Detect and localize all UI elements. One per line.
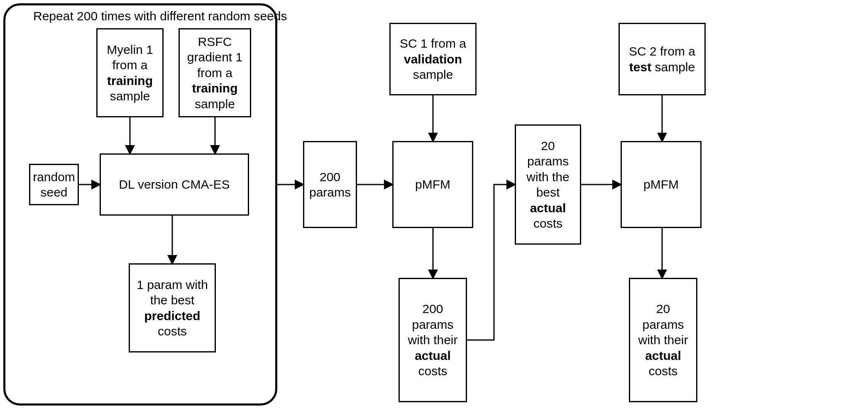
random-seed-text: random seed (33, 169, 75, 200)
repeat-group-title-text: Repeat 200 times with different random s… (33, 9, 287, 23)
sc2-text: SC 2 from a test sample (624, 44, 700, 75)
p200out-text: 200 params with their actual costs (404, 301, 462, 379)
sc1-text: SC 1 from a validation sample (395, 36, 471, 83)
p20-box: 20 params with the best actual costs (515, 124, 581, 245)
pmfm2-box: pMFM (621, 141, 702, 228)
p20out-box: 20 params with their actual costs (629, 278, 697, 402)
rsfc-text: RSFC gradient 1 from a training sample (184, 34, 246, 112)
sc1-box: SC 1 from a validation sample (389, 23, 477, 95)
p20-text: 20 params with the best actual costs (520, 138, 576, 231)
random-seed-box: random seed (29, 164, 79, 205)
p20out-text: 20 params with their actual costs (634, 301, 692, 379)
diagram-canvas: Repeat 200 times with different random s… (0, 0, 868, 413)
p200out-box: 200 params with their actual costs (399, 278, 467, 402)
rsfc-box: RSFC gradient 1 from a training sample (178, 28, 251, 117)
repeat-group-title: Repeat 200 times with different random s… (33, 9, 287, 23)
p200-text: 200 params (308, 169, 352, 200)
pmfm1-text: pMFM (415, 177, 450, 192)
sc2-box: SC 2 from a test sample (619, 23, 706, 95)
pmfm2-text: pMFM (643, 177, 679, 192)
oneparam-box: 1 param with the best predicted costs (129, 263, 216, 352)
cmaes-box: DL version CMA-ES (100, 153, 249, 216)
p200-box: 200 params (303, 141, 357, 228)
pmfm1-box: pMFM (392, 141, 473, 228)
myelin-box: Myelin 1 from a training sample (96, 28, 164, 117)
cmaes-text: DL version CMA-ES (119, 177, 230, 192)
myelin-text: Myelin 1 from a training sample (102, 42, 158, 104)
oneparam-text: 1 param with the best predicted costs (134, 277, 210, 339)
